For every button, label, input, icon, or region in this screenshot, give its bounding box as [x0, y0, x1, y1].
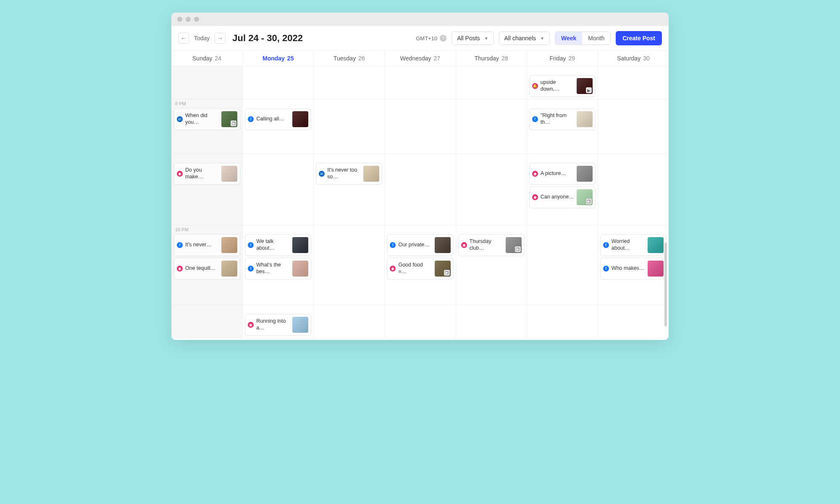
- time-slot[interactable]: [384, 305, 455, 338]
- post-thumbnail: ❐: [221, 111, 237, 127]
- time-slot[interactable]: fWe talk about…fWhat's the bes…: [242, 225, 313, 305]
- time-slot[interactable]: [527, 225, 598, 305]
- post-card[interactable]: ◉Can anyone…❐: [529, 186, 596, 208]
- time-slot[interactable]: [527, 305, 598, 338]
- post-card[interactable]: inIt's never too so…: [316, 163, 382, 185]
- day-number: 29: [568, 55, 575, 62]
- post-card[interactable]: 🔔upside down,…▶: [529, 75, 596, 97]
- time-slot[interactable]: [456, 66, 527, 99]
- post-thumbnail: ❐: [435, 261, 451, 277]
- time-slot[interactable]: [456, 154, 527, 225]
- chevron-down-icon: ▼: [540, 36, 544, 41]
- post-thumbnail: [648, 261, 664, 277]
- time-slot[interactable]: [456, 99, 527, 154]
- post-text: Thursday club…: [470, 238, 503, 251]
- post-text: What's the bes…: [256, 262, 290, 275]
- toolbar: ← Today → Jul 24 - 30, 2022 GMT+10 ? All…: [171, 26, 669, 51]
- day-number: 25: [287, 55, 294, 62]
- close-dot[interactable]: [177, 17, 182, 22]
- day-header[interactable]: Thursday28: [456, 51, 527, 66]
- ig-icon: ◉: [177, 171, 183, 177]
- post-card[interactable]: fCalling all…: [245, 108, 311, 130]
- time-slot[interactable]: 8 PMinWhen did you…❐: [171, 99, 242, 154]
- filter-channels-dropdown[interactable]: All channels ▼: [499, 31, 550, 45]
- next-button[interactable]: →: [215, 33, 226, 44]
- post-card[interactable]: ◉A picture…: [529, 163, 596, 185]
- day-header[interactable]: Monday25: [242, 51, 313, 66]
- time-slot[interactable]: 🔔upside down,…▶: [527, 66, 598, 99]
- post-card[interactable]: fWhat's the bes…: [245, 258, 311, 279]
- post-thumbnail: [221, 261, 237, 277]
- day-number: 28: [501, 55, 508, 62]
- time-slot[interactable]: [242, 154, 313, 225]
- time-slot[interactable]: fOur private…◉Good food =…❐: [384, 225, 455, 305]
- time-slot[interactable]: [313, 225, 384, 305]
- time-slot[interactable]: ◉A picture…◉Can anyone…❐: [527, 154, 598, 225]
- post-card[interactable]: fWho makes…: [600, 258, 667, 279]
- post-card[interactable]: fIt's never…: [174, 234, 240, 256]
- time-slot[interactable]: [456, 305, 527, 338]
- time-slot[interactable]: [384, 154, 455, 225]
- filter-channels-label: All channels: [504, 35, 536, 42]
- time-slot[interactable]: [242, 66, 313, 99]
- create-post-button[interactable]: Create Post: [616, 31, 662, 45]
- calendar-scroll[interactable]: 🔔upside down,…▶8 PMinWhen did you…❐fCall…: [171, 66, 669, 340]
- filter-posts-label: All Posts: [457, 35, 480, 42]
- day-name: Sunday: [192, 55, 212, 62]
- minimize-dot[interactable]: [186, 17, 191, 22]
- time-slot[interactable]: [313, 305, 384, 338]
- time-slot[interactable]: 10 PMfIt's never…◉One tequill…: [171, 225, 242, 305]
- post-thumbnail: [363, 166, 379, 182]
- multi-overlay-icon: ❐: [586, 198, 592, 204]
- bell-icon: 🔔: [532, 83, 538, 89]
- fb-icon: f: [603, 266, 609, 272]
- time-slot[interactable]: inIt's never too so…: [313, 154, 384, 225]
- time-slot[interactable]: [313, 99, 384, 154]
- post-card[interactable]: fWe talk about…: [245, 234, 311, 256]
- day-header[interactable]: Saturday30: [598, 51, 669, 66]
- scrollbar-thumb[interactable]: [664, 243, 667, 326]
- post-card[interactable]: ◉Thursday club…❐: [458, 234, 525, 256]
- day-name: Saturday: [617, 55, 640, 62]
- time-slot[interactable]: fCalling all…: [242, 99, 313, 154]
- time-slot[interactable]: ◉Thursday club…❐: [456, 225, 527, 305]
- day-header[interactable]: Tuesday26: [313, 51, 384, 66]
- time-slot[interactable]: [384, 66, 455, 99]
- view-week-tab[interactable]: Week: [555, 32, 582, 44]
- time-slot[interactable]: [384, 99, 455, 154]
- post-card[interactable]: ◉Do you make…: [174, 163, 240, 185]
- time-slot[interactable]: [598, 154, 669, 225]
- fb-icon: f: [248, 242, 254, 248]
- time-slot[interactable]: [313, 66, 384, 99]
- post-thumbnail: [435, 237, 451, 253]
- time-slot[interactable]: [598, 305, 669, 338]
- prev-button[interactable]: ←: [178, 33, 189, 44]
- time-slot[interactable]: [171, 66, 242, 99]
- time-slot[interactable]: fWorried about…fWho makes…: [598, 225, 669, 305]
- post-card[interactable]: fWorried about…: [600, 234, 667, 256]
- timezone-label: GMT+10 ?: [416, 35, 446, 42]
- post-text: Can anyone…: [541, 194, 574, 201]
- day-header[interactable]: Sunday24: [171, 51, 242, 66]
- post-thumbnail: [221, 237, 237, 253]
- post-card[interactable]: ◉Running into a…: [245, 314, 311, 336]
- today-button[interactable]: Today: [194, 35, 210, 42]
- time-slot[interactable]: f"Right from th…: [527, 99, 598, 154]
- post-card[interactable]: fOur private…: [387, 234, 453, 256]
- post-card[interactable]: f"Right from th…: [529, 108, 596, 130]
- time-slot[interactable]: [598, 99, 669, 154]
- post-card[interactable]: ◉Good food =…❐: [387, 258, 453, 279]
- time-slot[interactable]: ◉Do you make…: [171, 154, 242, 225]
- post-card[interactable]: ◉One tequill…: [174, 258, 240, 279]
- help-icon[interactable]: ?: [440, 35, 446, 42]
- calendar-grid: 🔔upside down,…▶8 PMinWhen did you…❐fCall…: [171, 66, 669, 338]
- time-slot[interactable]: ◉Running into a…: [242, 305, 313, 338]
- view-month-tab[interactable]: Month: [582, 32, 610, 44]
- zoom-dot[interactable]: [194, 17, 199, 22]
- time-slot[interactable]: [598, 66, 669, 99]
- filter-posts-dropdown[interactable]: All Posts ▼: [452, 31, 494, 45]
- time-slot[interactable]: [171, 305, 242, 338]
- post-card[interactable]: inWhen did you…❐: [174, 108, 240, 130]
- day-header[interactable]: Wednesday27: [384, 51, 455, 66]
- day-header[interactable]: Friday29: [527, 51, 598, 66]
